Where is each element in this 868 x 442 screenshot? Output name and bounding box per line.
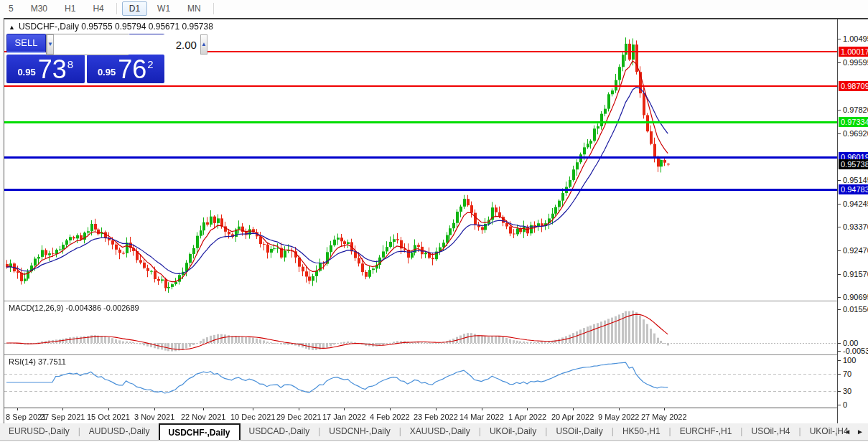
tab-scroll-left-button[interactable]: ◄ [844,428,851,436]
date-axis-label: 4 Feb 2022 [370,413,410,421]
trend-up-icon: ▲ [9,24,15,31]
chart-tab-eurusd-daily[interactable]: EURUSD-,Daily [0,423,78,440]
timeframe-button-M30[interactable]: M30 [24,1,55,16]
timeframe-toolbar: 5M30H1H4D1W1MN [0,0,868,17]
buy-price-panel[interactable]: 0.95 76 2 [87,55,165,83]
tab-scroll-right-button[interactable]: ► [857,428,864,436]
buy-price-big: 76 [118,58,146,81]
price-level-badge: 0.98709 [839,81,868,91]
date-axis-label: 15 Oct 2021 [87,413,130,421]
price-level-line[interactable] [4,85,837,87]
ohlc-low: 0.95671 [149,22,179,32]
date-axis-label: 20 Apr 2022 [551,413,594,421]
sell-button[interactable]: SELL [6,34,46,53]
axis-tick [838,180,841,181]
buy-price-base: 0.95 [98,67,116,77]
timeframe-button-MN[interactable]: MN [180,1,208,16]
volume-input[interactable] [54,34,200,55]
price-axis-tick-label: 0.91570 [843,270,868,278]
chart-info-line: ▲USDCHF-,Daily 0.95755 0.95794 0.95671 0… [9,22,213,32]
timeframe-button-H1[interactable]: H1 [57,1,83,16]
date-axis-label: 22 Nov 2021 [181,413,225,421]
rsi-axis-label: 100 [843,356,856,365]
axis-tick [838,360,841,361]
axis-tick [838,309,841,310]
chart-tab-eurchf-h1[interactable]: EURCHF-,H1 [671,423,741,440]
chart-tab-usoil-daily[interactable]: USOil-,Daily [547,423,611,440]
timeframe-button-D1[interactable]: D1 [122,1,147,16]
price-level-line[interactable] [4,189,837,191]
toolbar-separator [213,3,214,14]
price-axis-tick-label: 1.00495 [843,34,868,43]
chart-tab-usdcnh-daily[interactable]: USDCNH-,Daily [320,423,398,440]
date-axis-label: 3 Nov 2021 [134,413,174,421]
macd-name: MACD(12,26,9) [9,304,63,312]
toolbar-separator [116,3,117,14]
macd-label: MACD(12,26,9) -0.004386 -0.002689 [9,304,139,312]
axis-tick [838,133,841,134]
price-level-line[interactable] [4,156,837,159]
date-axis-label: 10 Dec 2021 [230,413,275,421]
rsi-axis-label: 0 [843,400,847,409]
axis-tick [838,374,841,375]
price-level-line[interactable] [4,121,837,123]
date-axis-label: 23 Feb 2022 [414,413,458,421]
panel-divider-rsi[interactable] [4,354,868,355]
axis-tick [838,391,841,392]
date-axis-label: 29 Dec 2021 [276,413,321,421]
price-axis-tick-label: 0.94245 [843,199,868,208]
axis-tick [838,110,841,110]
axis-tick [838,39,841,39]
chart-tab-ukoil-daily[interactable]: UKOil-,Daily [481,423,545,440]
price-axis-tick-label: 0.96920 [843,129,868,138]
timeframe-button-H4[interactable]: H4 [85,1,111,16]
price-axis-tick-label: 0.92470 [843,246,868,255]
date-axis-label: 17 Jan 2022 [322,413,366,421]
price-axis-tick-label: 0.95145 [843,176,868,184]
volume-spinner: ▼ ▲ [46,34,129,55]
sell-price-sup: 8 [67,59,73,70]
volume-increase-button[interactable]: ▲ [200,34,207,55]
rsi-name: RSI(14) [9,357,36,366]
price-axis-tick-label: 0.97820 [843,105,868,114]
chart-tab-usdchf-daily[interactable]: USDCHF-,Daily [159,423,241,440]
axis-tick [838,297,841,298]
rsi-axis-label: 70 [843,370,851,378]
price-axis-tick-label: 0.99595 [843,58,868,67]
sell-price-base: 0.95 [17,67,35,77]
price-level-badge: 0.97334 [839,117,868,127]
date-axis-label: 14 Mar 2022 [459,413,504,421]
axis-tick [838,405,841,405]
tab-separator: | [836,426,838,436]
sell-price-panel[interactable]: 0.95 73 8 [6,55,85,83]
chart-symbol-label: USDCHF-,Daily [19,22,79,32]
panel-divider-dates [4,408,868,408]
timeframe-button-5[interactable]: 5 [1,1,21,16]
volume-decrease-button[interactable]: ▼ [47,34,54,55]
price-level-badge: 1.00017 [839,47,868,57]
current-price-badge: 0.95738 [839,159,868,169]
price-axis-tick-label: 0.90695 [843,293,868,301]
chart-tab-audusd-daily[interactable]: AUDUSD-,Daily [80,423,159,440]
timeframe-button-W1[interactable]: W1 [150,1,177,16]
chart-tab-hk50-h1[interactable]: HK50-,H1 [614,423,669,440]
sell-price-big: 73 [38,58,67,81]
macd-axis-label: -0.005335 [843,347,868,355]
ohlc-close: 0.95738 [182,22,213,32]
chart-tab-usdcad-daily[interactable]: USDCAD-,Daily [241,423,319,440]
ohlc-open: 0.95755 [81,22,112,32]
price-axis-column[interactable]: 1.004950.995950.978200.969200.951450.942… [837,19,868,423]
chart-window: ▲USDCHF-,Daily 0.95755 0.95794 0.95671 0… [4,18,868,423]
axis-tick [838,343,841,344]
price-level-badge: 0.94783 [839,184,868,194]
buy-price-sup: 2 [147,59,153,70]
axis-tick [838,204,841,204]
date-axis-label: 27 Sep 2021 [40,413,85,421]
date-axis-label: 9 May 2022 [598,413,639,421]
macd-values: -0.004386 -0.002689 [65,304,139,312]
chart-tab-xauusd-daily[interactable]: XAUUSD-,Daily [401,423,479,440]
panel-divider-macd[interactable] [4,301,868,301]
chart-tab-usoil-h4[interactable]: USOil-,H4 [742,423,798,440]
chart-tab-bar: EURUSD-,Daily|AUDUSD-,DailyUSDCHF-,Daily… [0,423,868,441]
axis-tick [838,250,841,251]
